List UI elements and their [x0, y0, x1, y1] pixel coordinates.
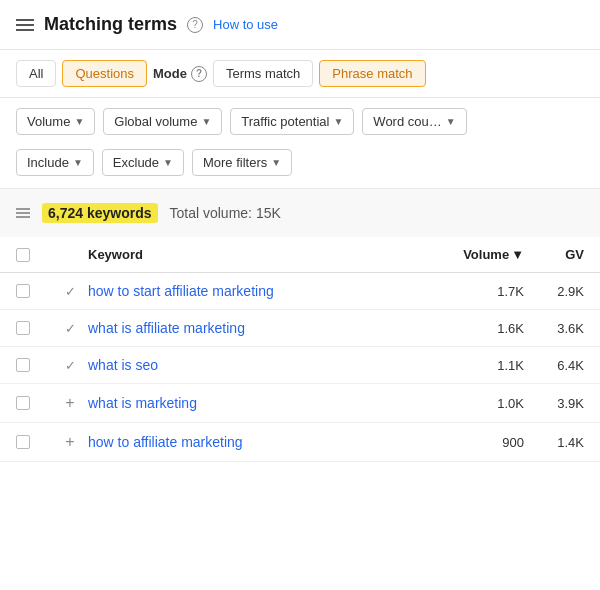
row-volume-cell: 1.6K — [444, 321, 524, 336]
phrase-match-button[interactable]: Phrase match — [319, 60, 425, 87]
keyword-link[interactable]: how to start affiliate marketing — [88, 283, 274, 299]
how-to-use-link[interactable]: How to use — [213, 17, 278, 32]
keywords-count-badge: 6,724 keywords — [42, 203, 158, 223]
include-filter[interactable]: Include ▼ — [16, 149, 94, 176]
status-icon: ✓ — [65, 284, 76, 299]
traffic-potential-filter[interactable]: Traffic potential ▼ — [230, 108, 354, 135]
volume-filter[interactable]: Volume ▼ — [16, 108, 95, 135]
status-icon: ✓ — [65, 358, 76, 373]
row-gv-cell: 3.6K — [524, 321, 584, 336]
filter-bar-mode: All Questions Mode ? Terms match Phrase … — [0, 50, 600, 98]
drag-icon — [16, 208, 30, 218]
all-button[interactable]: All — [16, 60, 56, 87]
row-checkbox-cell[interactable] — [16, 321, 52, 335]
global-volume-arrow-icon: ▼ — [201, 116, 211, 127]
keyword-link[interactable]: how to affiliate marketing — [88, 434, 243, 450]
row-status-cell: + — [52, 394, 88, 412]
row-keyword-cell: what is marketing — [88, 395, 444, 411]
page-title: Matching terms — [44, 14, 177, 35]
hamburger-icon[interactable] — [16, 19, 34, 31]
keyword-link[interactable]: what is marketing — [88, 395, 197, 411]
row-gv-cell: 1.4K — [524, 435, 584, 450]
table-row: + what is marketing 1.0K 3.9K — [0, 384, 600, 423]
row-checkbox-cell[interactable] — [16, 284, 52, 298]
row-gv-cell: 6.4K — [524, 358, 584, 373]
row-volume-cell: 900 — [444, 435, 524, 450]
word-count-arrow-icon: ▼ — [446, 116, 456, 127]
row-keyword-cell: how to start affiliate marketing — [88, 283, 444, 299]
keyword-link[interactable]: what is seo — [88, 357, 158, 373]
col-header-volume[interactable]: Volume ▼ — [444, 247, 524, 262]
col-header-keyword: Keyword — [88, 247, 444, 262]
row-checkbox[interactable] — [16, 396, 30, 410]
row-gv-cell: 2.9K — [524, 284, 584, 299]
status-icon: ✓ — [65, 321, 76, 336]
keywords-table: Keyword Volume ▼ GV ✓ how to start affil… — [0, 237, 600, 462]
filter-bar-include: Include ▼ Exclude ▼ More filters ▼ — [0, 145, 600, 189]
more-filters-arrow-icon: ▼ — [271, 157, 281, 168]
header: Matching terms ? How to use — [0, 0, 600, 50]
row-keyword-cell: what is seo — [88, 357, 444, 373]
global-volume-filter[interactable]: Global volume ▼ — [103, 108, 222, 135]
row-volume-cell: 1.7K — [444, 284, 524, 299]
row-checkbox-cell[interactable] — [16, 396, 52, 410]
table-row: ✓ what is seo 1.1K 6.4K — [0, 347, 600, 384]
row-keyword-cell: what is affiliate marketing — [88, 320, 444, 336]
traffic-arrow-icon: ▼ — [333, 116, 343, 127]
row-volume-cell: 1.1K — [444, 358, 524, 373]
status-icon: + — [65, 394, 74, 412]
table-body: ✓ how to start affiliate marketing 1.7K … — [0, 273, 600, 462]
row-keyword-cell: how to affiliate marketing — [88, 434, 444, 450]
row-status-cell: ✓ — [52, 358, 88, 373]
sort-arrow-icon: ▼ — [511, 247, 524, 262]
word-count-filter[interactable]: Word cou… ▼ — [362, 108, 466, 135]
keyword-link[interactable]: what is affiliate marketing — [88, 320, 245, 336]
row-checkbox-cell[interactable] — [16, 435, 52, 449]
row-status-cell: ✓ — [52, 321, 88, 336]
filter-bar-metrics: Volume ▼ Global volume ▼ Traffic potenti… — [0, 98, 600, 145]
total-volume-label: Total volume: 15K — [170, 205, 281, 221]
help-icon[interactable]: ? — [187, 17, 203, 33]
select-all-checkbox[interactable] — [16, 248, 30, 262]
table-header: Keyword Volume ▼ GV — [0, 237, 600, 273]
summary-bar: 6,724 keywords Total volume: 15K — [0, 189, 600, 237]
row-checkbox-cell[interactable] — [16, 358, 52, 372]
mode-help-icon[interactable]: ? — [191, 66, 207, 82]
row-checkbox[interactable] — [16, 284, 30, 298]
row-checkbox[interactable] — [16, 358, 30, 372]
terms-match-button[interactable]: Terms match — [213, 60, 313, 87]
row-checkbox[interactable] — [16, 435, 30, 449]
more-filters-button[interactable]: More filters ▼ — [192, 149, 292, 176]
table-row: ✓ how to start affiliate marketing 1.7K … — [0, 273, 600, 310]
include-arrow-icon: ▼ — [73, 157, 83, 168]
status-icon: + — [65, 433, 74, 451]
row-checkbox[interactable] — [16, 321, 30, 335]
mode-label: Mode ? — [153, 66, 207, 82]
exclude-arrow-icon: ▼ — [163, 157, 173, 168]
row-volume-cell: 1.0K — [444, 396, 524, 411]
row-gv-cell: 3.9K — [524, 396, 584, 411]
questions-button[interactable]: Questions — [62, 60, 147, 87]
header-checkbox-cell[interactable] — [16, 248, 52, 262]
row-status-cell: + — [52, 433, 88, 451]
col-header-gv: GV — [524, 247, 584, 262]
volume-arrow-icon: ▼ — [74, 116, 84, 127]
row-status-cell: ✓ — [52, 284, 88, 299]
exclude-filter[interactable]: Exclude ▼ — [102, 149, 184, 176]
table-row: ✓ what is affiliate marketing 1.6K 3.6K — [0, 310, 600, 347]
table-row: + how to affiliate marketing 900 1.4K — [0, 423, 600, 462]
